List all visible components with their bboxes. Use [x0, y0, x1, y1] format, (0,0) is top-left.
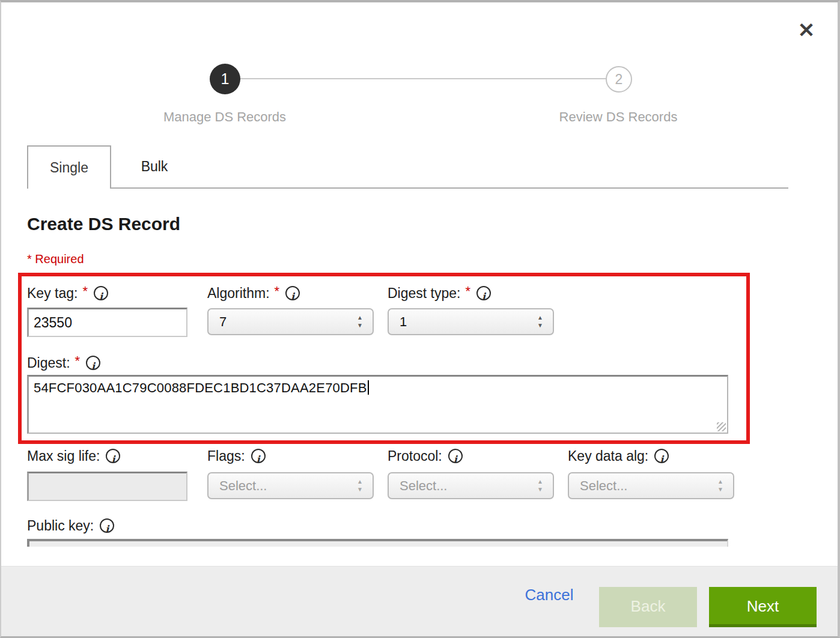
key-data-alg-label-text: Key data alg:	[568, 448, 648, 464]
info-icon-glyph: i	[111, 454, 115, 465]
flags-select[interactable]: Select... ▲▼	[207, 472, 374, 499]
protocol-label: Protocol:i	[388, 448, 463, 466]
cancel-button[interactable]: Cancel	[513, 586, 585, 604]
public-key-textarea[interactable]	[27, 539, 728, 547]
protocol-select[interactable]: Select... ▲▼	[388, 472, 554, 499]
info-icon-glyph: i	[454, 454, 457, 465]
digest-type-label-text: Digest type:	[388, 285, 460, 301]
required-asterisk: *	[82, 284, 88, 299]
info-icon[interactable]: i	[106, 449, 120, 463]
back-button[interactable]: Back	[599, 587, 697, 627]
step-1-indicator: 1	[210, 64, 240, 94]
tab-underline	[111, 187, 788, 189]
protocol-label-text: Protocol:	[388, 448, 442, 464]
resize-handle-icon[interactable]	[717, 422, 726, 431]
info-icon-glyph: i	[291, 291, 294, 302]
info-icon[interactable]: i	[86, 356, 100, 370]
required-asterisk: *	[75, 353, 81, 368]
info-icon-glyph: i	[482, 291, 485, 302]
digest-label-text: Digest:	[27, 355, 70, 371]
info-icon-glyph: i	[99, 291, 103, 302]
algorithm-select[interactable]: 7 ▲▼	[207, 308, 374, 335]
required-note: * Required	[27, 252, 84, 266]
next-button[interactable]: Next	[709, 587, 817, 627]
public-key-label-text: Public key:	[27, 518, 94, 533]
key-data-alg-select-value: Select...	[580, 478, 627, 494]
digest-value: 54FCF030AA1C79C0088FDEC1BD1C37DAA2E70DFB	[34, 380, 367, 395]
algorithm-select-value: 7	[219, 314, 227, 330]
info-icon-glyph: i	[660, 454, 663, 465]
footer: Cancel Back Next	[1, 566, 838, 638]
step-2-label: Review DS Records	[522, 109, 714, 125]
info-icon[interactable]: i	[100, 518, 114, 533]
key-data-alg-label: Key data alg:i	[568, 448, 669, 466]
flags-label: Flags:i	[207, 448, 266, 466]
text-caret	[368, 380, 369, 395]
info-icon-glyph: i	[91, 360, 95, 372]
flags-select-value: Select...	[219, 478, 267, 494]
algorithm-label: Algorithm:*i	[207, 284, 300, 302]
step-1-label: Manage DS Records	[129, 109, 321, 125]
spinner-arrows-icon: ▲▼	[536, 478, 544, 493]
step-connector-line	[240, 78, 606, 79]
page-title: Create DS Record	[27, 214, 180, 234]
public-key-label: Public key:i	[27, 518, 114, 536]
info-icon[interactable]: i	[94, 286, 108, 300]
info-icon[interactable]: i	[476, 286, 491, 300]
max-sig-life-input[interactable]	[27, 472, 187, 501]
key-tag-input[interactable]	[27, 308, 187, 337]
close-icon[interactable]: ✕	[793, 17, 820, 43]
digest-type-label: Digest type:*i	[388, 284, 491, 302]
digest-type-select-value: 1	[400, 314, 407, 330]
spinner-arrows-icon: ▲▼	[536, 314, 544, 329]
spinner-arrows-icon: ▲▼	[716, 478, 725, 493]
step-2-indicator: 2	[606, 66, 632, 93]
required-asterisk: *	[465, 284, 470, 299]
info-icon-glyph: i	[257, 454, 260, 465]
info-icon[interactable]: i	[251, 449, 266, 463]
info-icon[interactable]: i	[285, 286, 300, 300]
digest-textarea[interactable]: 54FCF030AA1C79C0088FDEC1BD1C37DAA2E70DFB	[27, 375, 728, 434]
spinner-arrows-icon: ▲▼	[356, 314, 364, 329]
info-icon-glyph: i	[105, 523, 109, 535]
key-tag-label-text: Key tag:	[27, 285, 78, 301]
max-sig-life-label-text: Max sig life:	[27, 448, 100, 464]
protocol-select-value: Select...	[400, 478, 447, 494]
max-sig-life-label: Max sig life:i	[27, 448, 120, 466]
digest-type-select[interactable]: 1 ▲▼	[388, 308, 554, 335]
key-data-alg-select[interactable]: Select... ▲▼	[568, 472, 734, 499]
algorithm-label-text: Algorithm:	[207, 285, 270, 301]
key-tag-label: Key tag:*i	[27, 284, 108, 302]
create-ds-record-modal: ✕ 1 2 Manage DS Records Review DS Record…	[0, 0, 840, 638]
tab-single[interactable]: Single	[27, 145, 111, 189]
info-icon[interactable]: i	[654, 449, 669, 463]
spinner-arrows-icon: ▲▼	[356, 478, 364, 493]
tab-bulk[interactable]: Bulk	[111, 145, 198, 189]
info-icon[interactable]: i	[448, 449, 463, 463]
required-asterisk: *	[275, 284, 280, 299]
flags-label-text: Flags:	[207, 448, 245, 464]
digest-label: Digest:*i	[27, 353, 100, 371]
